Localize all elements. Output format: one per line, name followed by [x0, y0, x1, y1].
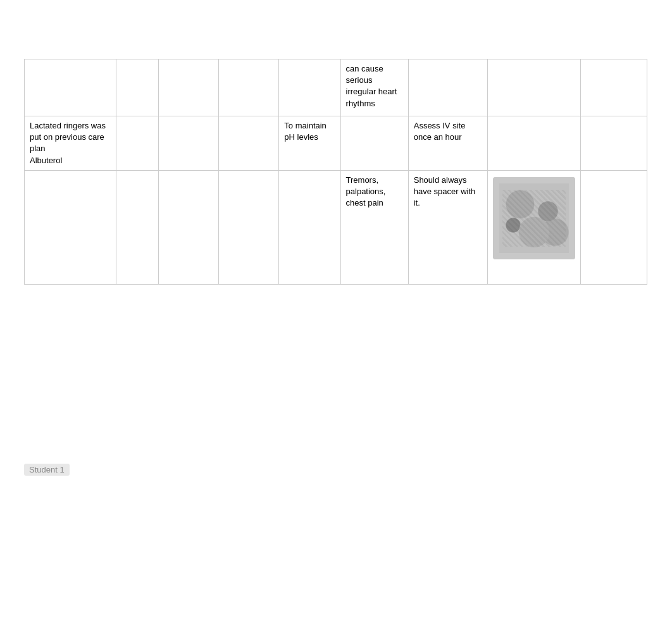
cell-1-6-serious-rhythms: can cause serious irregular heart rhythm…: [340, 59, 408, 116]
cell-1-1: [25, 59, 116, 116]
svg-line-7: [520, 202, 549, 215]
cell-2-6: [340, 116, 408, 171]
cell-1-4: [218, 59, 278, 116]
cell-2-2: [116, 116, 158, 171]
table-row-top: can cause serious irregular heart rhythm…: [25, 59, 647, 116]
svg-point-1: [512, 190, 556, 247]
footer-label: Student 1: [24, 464, 70, 476]
svg-rect-2: [528, 196, 540, 234]
cell-3-6-tremors: Tremors, palpations, chest pain: [340, 170, 408, 284]
cell-3-7-spacer: Should always have spacer with it.: [408, 170, 487, 284]
cell-3-3: [158, 170, 218, 284]
cell-1-8: [488, 59, 581, 116]
svg-point-8: [517, 220, 532, 230]
inhaler-svg: [493, 177, 575, 259]
cell-1-3: [158, 59, 218, 116]
cell-1-2: [116, 59, 158, 116]
cell-2-9: [581, 116, 647, 171]
medication-table: can cause serious irregular heart rhythm…: [24, 59, 647, 285]
table-row-bottom: Tremors, palpations, chest pain Should a…: [25, 170, 647, 284]
svg-line-5: [518, 209, 550, 221]
main-table-container: can cause serious irregular heart rhythm…: [24, 59, 647, 285]
cell-3-1: [25, 170, 116, 284]
cell-3-4: [218, 170, 278, 284]
cell-2-3: [158, 116, 218, 171]
cell-2-1-lactated: Lactated ringers was put on previous car…: [25, 116, 116, 171]
svg-rect-0: [493, 177, 575, 259]
svg-point-9: [536, 207, 549, 216]
cell-1-7: [408, 59, 487, 116]
inhaler-image: [493, 177, 575, 259]
cell-1-5: [279, 59, 340, 116]
cell-2-4: [218, 116, 278, 171]
cell-3-8-image: [488, 170, 581, 284]
cell-3-9: [581, 170, 647, 284]
cell-2-5-ph-levels: To maintain pH levles: [279, 116, 340, 171]
table-row-middle: Lactated ringers was put on previous car…: [25, 116, 647, 171]
cell-1-9: [581, 59, 647, 116]
svg-point-4: [521, 228, 547, 240]
svg-rect-3: [530, 190, 538, 202]
svg-line-6: [518, 215, 550, 228]
cell-3-2: [116, 170, 158, 284]
cell-2-7-assess-iv: Assess IV site once an hour: [408, 116, 487, 171]
cell-2-8: [488, 116, 581, 171]
svg-point-10: [523, 237, 545, 244]
cell-3-5: [279, 170, 340, 284]
